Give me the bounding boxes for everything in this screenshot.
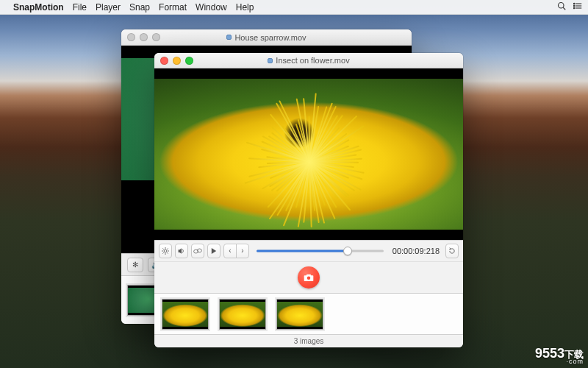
svg-line-14 [167,252,168,253]
gear-icon[interactable] [159,244,172,258]
video-frame-image [154,79,463,229]
reload-icon[interactable] [445,244,459,258]
menubar: SnapMotion File Player Snap Format Windo… [0,0,588,15]
minimize-icon[interactable] [140,33,148,41]
thumbnail-strip-front [154,293,463,335]
window-front[interactable]: Insect on flower.mov ‹ › 00:00:09:218 3 … [154,53,463,347]
time-label: 00:00:09:218 [392,247,440,255]
thumbnail[interactable] [276,299,323,330]
prev-frame-button[interactable]: ‹ [223,244,237,258]
menu-snap[interactable]: Snap [129,2,150,13]
frame-step-segment: ‹ › [223,244,249,258]
svg-line-13 [162,248,163,249]
zoom-icon[interactable] [185,57,193,65]
speed-icon[interactable] [191,244,204,258]
titlebar-front[interactable]: Insect on flower.mov [154,53,463,68]
menu-window[interactable]: Window [196,2,227,13]
next-frame-button[interactable]: › [236,244,249,258]
minimize-icon[interactable] [173,57,181,65]
menu-format[interactable]: Format [159,2,187,13]
menu-file[interactable]: File [73,2,87,13]
menu-help[interactable]: Help [236,2,254,13]
footer-status: 3 images [154,334,463,347]
close-icon[interactable] [127,33,135,41]
window-title-front: Insect on flower.mov [276,56,349,65]
svg-point-6 [573,5,575,7]
thumbnail[interactable] [162,299,209,330]
image-count-label: 3 images [294,337,324,345]
menubar-app-name[interactable]: SnapMotion [13,2,64,13]
watermark: 9553下载 ·com [535,347,584,365]
playhead-knob[interactable] [343,247,352,255]
gear-icon[interactable]: ✻ [127,258,143,272]
svg-point-0 [559,3,564,9]
svg-line-15 [162,252,163,253]
play-button[interactable] [207,244,220,258]
timeline-slider[interactable] [257,244,384,258]
capture-button[interactable] [298,266,320,289]
svg-point-21 [307,276,310,279]
controls-front: ‹ › 00:00:09:218 [154,240,463,261]
close-icon[interactable] [160,57,168,65]
svg-line-1 [563,7,565,10]
svg-point-7 [573,7,575,9]
volume-icon[interactable] [175,244,188,258]
document-proxy-icon [268,58,273,63]
watermark-brand: 9553 [535,346,564,361]
svg-point-5 [573,3,575,4]
titlebar-back[interactable]: House sparrow.mov [121,29,412,46]
zoom-icon[interactable] [152,33,160,41]
document-proxy-icon [226,35,232,40]
window-title-back: House sparrow.mov [234,33,306,42]
capture-bar [154,261,463,293]
menu-player[interactable]: Player [96,2,121,13]
svg-line-16 [167,248,168,249]
svg-marker-17 [179,248,182,254]
list-icon[interactable] [573,1,582,13]
svg-marker-20 [212,248,216,254]
search-icon[interactable] [557,1,566,13]
svg-point-8 [164,250,167,252]
camera-icon [304,273,314,282]
video-viewport-front[interactable] [154,68,463,239]
thumbnail[interactable] [219,299,266,330]
